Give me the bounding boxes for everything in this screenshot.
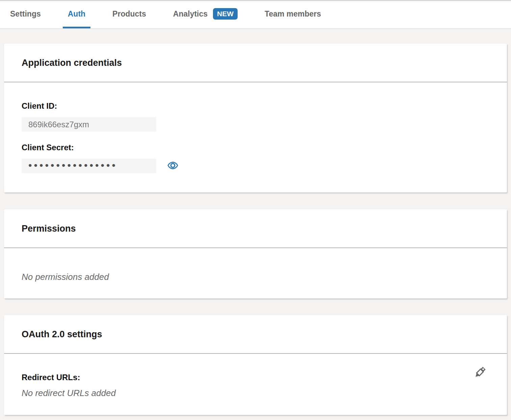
tab-settings-label: Settings [10,9,41,19]
tab-auth[interactable]: Auth [63,1,90,28]
tab-bar: Settings Auth Products Analytics NEW Tea… [0,0,511,29]
new-badge: NEW [213,8,238,20]
redirect-urls-label: Redirect URLs: [22,373,489,382]
pencil-icon [472,364,487,382]
tab-products[interactable]: Products [107,1,151,28]
tab-products-label: Products [112,9,146,19]
application-credentials-body: Client ID: 869ik66esz7gxm Client Secret:… [4,82,507,192]
client-secret-label: Client Secret: [22,143,489,152]
oauth-settings-card: OAuth 2.0 settings Redirect URLs: No red… [4,315,507,415]
client-id-value: 869ik66esz7gxm [28,120,89,129]
client-id-label: Client ID: [22,101,489,111]
no-redirect-urls-text: No redirect URLs added [22,388,489,398]
permissions-header: Permissions [4,209,507,248]
client-id-field[interactable]: 869ik66esz7gxm [22,117,156,132]
oauth-settings-body: Redirect URLs: No redirect URLs added [4,354,507,415]
tab-analytics[interactable]: Analytics NEW [168,1,243,28]
tab-team-members-label: Team members [265,9,321,19]
tab-auth-label: Auth [68,9,85,19]
edit-redirect-urls-button[interactable] [472,365,487,382]
application-credentials-title: Application credentials [22,58,489,68]
application-credentials-header: Application credentials [4,44,507,82]
tab-analytics-label: Analytics [173,9,208,19]
permissions-title: Permissions [22,224,489,234]
client-secret-masked-value: •••••••••••••••• [28,160,117,172]
tab-settings[interactable]: Settings [5,1,46,28]
application-credentials-card: Application credentials Client ID: 869ik… [4,44,507,192]
tab-team-members[interactable]: Team members [260,1,326,28]
permissions-card: Permissions No permissions added [4,209,507,298]
oauth-settings-title: OAuth 2.0 settings [22,329,489,340]
permissions-body: No permissions added [4,248,507,298]
eye-icon [166,160,179,172]
oauth-settings-header: OAuth 2.0 settings [4,315,507,354]
no-permissions-text: No permissions added [22,272,489,282]
client-secret-field[interactable]: •••••••••••••••• [22,159,156,173]
reveal-secret-button[interactable] [166,160,179,172]
